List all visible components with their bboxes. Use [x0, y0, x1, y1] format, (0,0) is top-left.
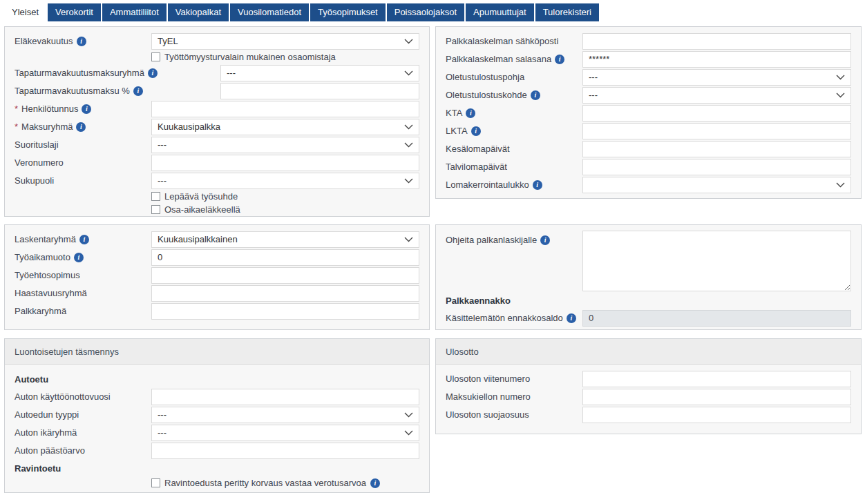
field-row: Eläkevakuutus i TyEL [15, 32, 419, 50]
sukupuoli-select[interactable]: --- [151, 173, 419, 189]
osaaika-checkbox[interactable] [151, 205, 160, 214]
henkilotunnus-label: Henkilötunnus [21, 104, 78, 114]
field-row: Haastavuusryhmä [15, 284, 419, 302]
kesalomapaivat-label: Kesälomapäivät [446, 144, 510, 154]
field-row: Ulosoton suojaosuus [446, 406, 851, 423]
info-icon[interactable]: i [567, 313, 576, 323]
info-icon[interactable]: i [133, 86, 143, 96]
tab-tulorekisteri[interactable]: Tulorekisteri [535, 3, 599, 21]
maksuryhma-select[interactable]: Kuukausipalkka [151, 119, 419, 135]
field-row: Oletustulostuskohde i --- [446, 86, 851, 104]
kayttoonottovuosi-label: Auton käyttöönottovuosi [15, 391, 111, 402]
lepaava-checkbox[interactable] [151, 192, 160, 201]
panel-benefits-header: Luontoisetujen täsmennys [5, 339, 429, 365]
info-icon[interactable]: i [82, 104, 91, 114]
salasana-label: Palkkalaskelman salasana [446, 54, 551, 64]
info-icon[interactable]: i [77, 37, 86, 46]
tapaturmaryhma-select[interactable]: --- [220, 65, 419, 81]
elakevakuutus-label: Eläkevakuutus [15, 36, 73, 46]
field-row: Lomakerrointaulukko i [446, 176, 851, 193]
field-row: Auton päästöarvo [15, 442, 419, 459]
paastoarvo-input[interactable] [151, 443, 419, 459]
info-icon[interactable]: i [555, 55, 564, 64]
henkilotunnus-input[interactable] [151, 101, 419, 117]
info-icon[interactable]: i [76, 122, 86, 132]
info-icon[interactable]: i [466, 108, 475, 118]
viitenumero-label: Ulosoton viitenumero [446, 374, 530, 384]
autoedun-tyyppi-select[interactable]: --- [151, 407, 419, 423]
tyoehtosopimus-input[interactable] [151, 267, 419, 284]
tab-verokortit[interactable]: Verokortit [48, 3, 101, 21]
checkbox-row: Osa-aikaeläkkeellä [151, 204, 419, 215]
tulostuskohde-select[interactable]: --- [582, 87, 851, 104]
osaomistaja-checkbox[interactable] [151, 52, 160, 61]
ikaryhma-select[interactable]: --- [151, 425, 419, 441]
talvilomapaivat-input[interactable] [582, 159, 851, 175]
panel-ulosotto: Ulosotto Ulosoton viitenumero Maksukiell… [435, 338, 862, 434]
suojaosuus-input[interactable] [582, 407, 851, 423]
veronumero-label: Veronumero [15, 157, 64, 168]
palkkaryhma-input[interactable] [151, 303, 419, 320]
kta-input[interactable] [582, 105, 851, 122]
lomakerroin-select[interactable] [582, 177, 851, 193]
chevron-down-icon [404, 237, 413, 242]
panel-calculation: Laskentaryhmä i Kuukausipalkkainen Työai… [4, 224, 430, 330]
chevron-down-icon [836, 182, 845, 188]
info-icon[interactable]: i [540, 235, 550, 245]
tab-bar: Yleiset Verokortit Ammattiliitot Vakiopa… [4, 3, 599, 21]
tab-vakiopalkat[interactable]: Vakiopalkat [168, 3, 229, 21]
field-row: Palkkalaskelman sähköposti [446, 32, 851, 50]
sahkoposti-label: Palkkalaskelman sähköposti [446, 36, 558, 46]
info-icon[interactable]: i [531, 90, 540, 100]
chevron-down-icon [404, 70, 413, 76]
info-icon[interactable]: i [533, 180, 542, 190]
tapaturmamaksu-input[interactable] [220, 83, 419, 99]
suojaosuus-label: Ulosoton suojaosuus [446, 409, 529, 420]
haastavuusryhma-input[interactable] [151, 285, 419, 302]
chevron-down-icon [404, 124, 413, 130]
tab-poissaolojaksot[interactable]: Poissaolojaksot [387, 3, 464, 21]
chevron-down-icon [404, 178, 413, 184]
field-row: Auton ikäryhmä --- [15, 424, 419, 441]
tab-vuosilomatiedot[interactable]: Vuosilomatiedot [230, 3, 309, 21]
tulostuspohja-select[interactable]: --- [582, 69, 851, 86]
kayttoonottovuosi-input[interactable] [151, 389, 419, 405]
tab-yleiset[interactable]: Yleiset [4, 3, 46, 21]
ravintoetu-heading: Ravintoetu [15, 463, 419, 474]
tab-tyosopimukset[interactable]: Työsopimukset [310, 3, 386, 21]
info-icon[interactable]: i [370, 478, 380, 488]
kta-label: KTA [446, 108, 462, 118]
tab-apumuuttujat[interactable]: Apumuuttujat [466, 3, 534, 21]
suorituslaji-select[interactable]: --- [151, 137, 419, 153]
field-row: * Maksuryhmä i Kuukausipalkka [15, 118, 419, 135]
viitenumero-input[interactable] [582, 371, 851, 387]
info-icon[interactable]: i [148, 68, 158, 78]
maksukielto-input[interactable] [582, 389, 851, 405]
info-icon[interactable]: i [79, 235, 89, 244]
tyoaikamuoto-input[interactable] [151, 249, 419, 266]
ohjeita-textarea[interactable] [582, 231, 851, 291]
field-row: Sukupuoli --- [15, 172, 419, 189]
elakevakuutus-select[interactable]: TyEL [151, 33, 419, 50]
tab-ammattiliitot[interactable]: Ammattiliitot [102, 3, 167, 21]
field-row: Ulosoton viitenumero [446, 370, 851, 387]
salasana-input[interactable] [582, 51, 851, 68]
laskentaryhma-select[interactable]: Kuukausipalkkainen [151, 231, 419, 248]
sahkoposti-input[interactable] [582, 33, 851, 50]
panel-notes: Ohjeita palkanlaskijalle i Palkkaennakko… [435, 224, 862, 330]
panel-benefits: Luontoisetujen täsmennys Autoetu Auton k… [4, 338, 430, 493]
field-row: Talvilomapäivät [446, 158, 851, 175]
kesalomapaivat-input[interactable] [582, 141, 851, 157]
tyoaikamuoto-label: Työaikamuoto [15, 252, 70, 262]
field-row: KTA i [446, 104, 851, 122]
panel-basic-info: Eläkevakuutus i TyEL Työttömyysturvalain… [4, 26, 430, 217]
info-icon[interactable]: i [471, 126, 481, 136]
ravintoetu-checkbox[interactable] [151, 478, 160, 487]
lkta-input[interactable] [582, 123, 851, 139]
chevron-down-icon [836, 93, 845, 98]
info-icon[interactable]: i [74, 253, 84, 262]
ravintoetu-checkbox-label: Ravintoedusta peritty korvaus vastaa ver… [164, 478, 366, 488]
osaaika-label: Osa-aikaeläkkeellä [164, 204, 240, 215]
ennakkosaldo-label: Käsittelemätön ennakkosaldo [446, 313, 563, 323]
veronumero-input[interactable] [151, 155, 419, 171]
